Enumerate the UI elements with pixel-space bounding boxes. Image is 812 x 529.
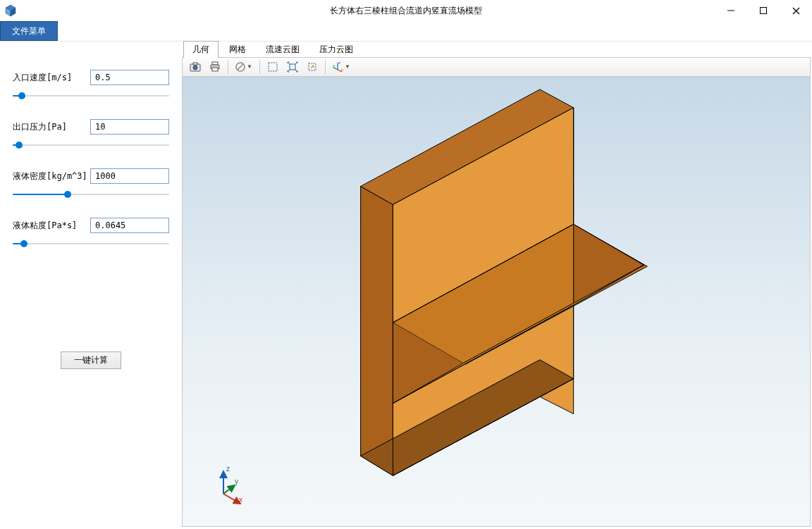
svg-text:y: y <box>333 63 335 68</box>
tab-pressure[interactable]: 压力云图 <box>310 41 362 58</box>
tab-mesh[interactable]: 网格 <box>220 41 255 58</box>
svg-line-45 <box>223 485 235 494</box>
svg-marker-24 <box>361 187 393 476</box>
highlight-icon <box>307 61 318 73</box>
svg-marker-32 <box>574 224 644 305</box>
compute-button[interactable]: 一键计算 <box>61 351 121 369</box>
param-label: 出口压力[Pa] <box>13 121 90 133</box>
minimize-button[interactable] <box>715 0 747 21</box>
svg-text:z: z <box>338 61 340 65</box>
density-input[interactable] <box>90 168 169 184</box>
camera-icon <box>190 62 201 72</box>
box-select-button[interactable] <box>263 58 283 75</box>
screenshot-button[interactable] <box>185 58 205 75</box>
svg-rect-12 <box>212 68 218 71</box>
svg-text:x: x <box>341 68 343 72</box>
svg-rect-4 <box>761 8 767 14</box>
param-row-density: 液体密度[kg/m^3] <box>13 168 169 184</box>
print-button[interactable] <box>205 58 225 75</box>
viscosity-input[interactable] <box>90 218 169 233</box>
outlet-pressure-slider[interactable] <box>13 140 169 150</box>
axis-triad: z x y <box>211 464 253 506</box>
toolbar-separator <box>228 60 228 74</box>
param-label: 液体粘度[Pa*s] <box>13 220 90 232</box>
param-row-inlet-velocity: 入口速度[m/s] <box>13 70 169 85</box>
svg-rect-10 <box>212 62 218 65</box>
app-icon <box>0 0 21 21</box>
tab-geometry[interactable]: 几何 <box>183 41 219 58</box>
maximize-button[interactable] <box>747 0 780 21</box>
select-rect-icon <box>267 61 278 73</box>
title-bar: 长方体右三棱柱组合流道内竖直流场模型 <box>0 0 812 21</box>
inlet-velocity-input[interactable] <box>90 70 169 85</box>
axis-x-label: x <box>239 496 242 504</box>
tab-content: ▼ <box>182 57 811 527</box>
tab-bar: 几何 网格 流速云图 压力云图 <box>182 42 812 58</box>
param-row-viscosity: 液体粘度[Pa*s] <box>13 218 169 233</box>
tab-velocity[interactable]: 流速云图 <box>257 41 309 58</box>
fit-view-button[interactable] <box>283 58 302 75</box>
chevron-down-icon: ▼ <box>247 64 252 70</box>
axis-orientation-dropdown[interactable]: z x y ▼ <box>328 58 354 75</box>
density-slider[interactable] <box>13 189 169 199</box>
svg-line-14 <box>238 64 243 70</box>
file-menu[interactable]: 文件菜单 <box>0 21 58 41</box>
outlet-pressure-input[interactable] <box>90 119 169 135</box>
axis-y-label: y <box>235 478 238 485</box>
parameters-panel: 入口速度[m/s] 出口压力[Pa] 液体密度[kg/m^3] <box>0 42 182 529</box>
model-geometry <box>183 77 810 526</box>
viewport-3d[interactable]: z x y <box>183 77 810 526</box>
viscosity-slider[interactable] <box>13 239 169 249</box>
svg-rect-15 <box>269 63 277 71</box>
fit-view-icon <box>287 61 298 73</box>
axis-z-label: z <box>226 465 230 473</box>
param-row-outlet-pressure: 出口压力[Pa] <box>13 119 169 135</box>
viewport-toolbar: ▼ <box>183 58 810 77</box>
menu-bar: 文件菜单 <box>0 21 812 42</box>
content-area: 几何 网格 流速云图 压力云图 <box>182 42 812 529</box>
svg-line-22 <box>333 68 338 70</box>
axis-orient-icon: z x y <box>332 61 343 73</box>
close-button[interactable] <box>780 0 812 21</box>
inlet-velocity-slider[interactable] <box>13 91 169 101</box>
toolbar-separator <box>259 60 260 74</box>
window-title: 长方体右三棱柱组合流道内竖直流场模型 <box>0 5 812 17</box>
highlight-button[interactable] <box>302 58 322 75</box>
svg-line-44 <box>223 494 240 504</box>
chevron-down-icon: ▼ <box>345 64 350 70</box>
param-label: 入口速度[m/s] <box>13 72 90 84</box>
svg-point-9 <box>193 66 197 70</box>
svg-rect-16 <box>290 64 295 70</box>
hide-selection-dropdown[interactable]: ▼ <box>231 58 257 75</box>
toolbar-separator <box>325 60 326 74</box>
svg-rect-8 <box>193 63 197 65</box>
print-icon <box>209 61 221 73</box>
main-area: 入口速度[m/s] 出口压力[Pa] 液体密度[kg/m^3] <box>0 42 812 529</box>
no-entry-icon <box>235 62 245 72</box>
window-controls <box>715 0 812 21</box>
param-label: 液体密度[kg/m^3] <box>13 170 90 182</box>
